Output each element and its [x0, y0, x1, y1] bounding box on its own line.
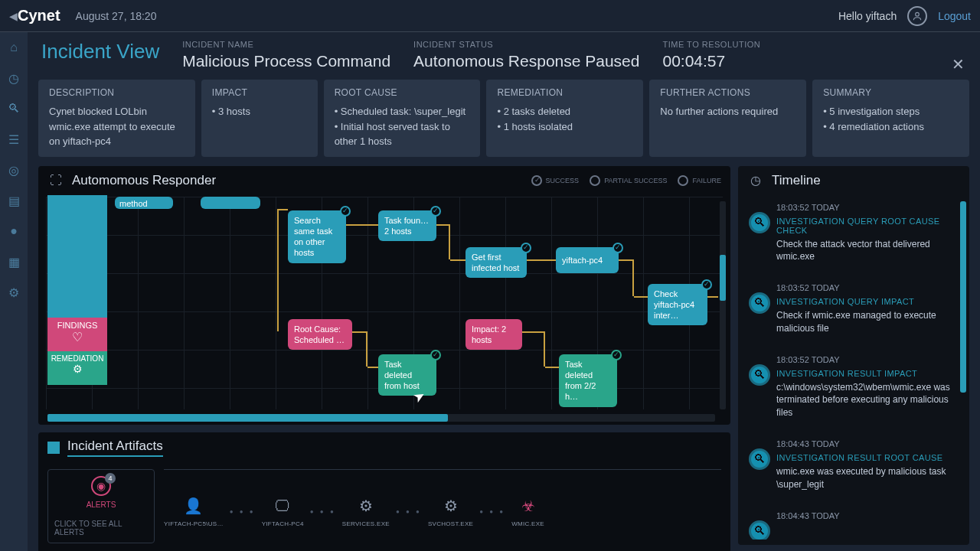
chain-services[interactable]: ⚙SERVICES.EXE — [342, 496, 390, 527]
logout-link[interactable]: Logout — [938, 10, 971, 22]
legend: SUCCESS PARTIAL SUCCESS FAILURE — [531, 175, 721, 186]
card-title: DESCRIPTION — [49, 87, 185, 98]
card-body: Cynet blocked LOLbin wmic.exe attempt to… — [49, 104, 185, 149]
search-icon[interactable]: 🔍︎ — [6, 101, 21, 116]
search-icon: 🔍︎ — [749, 364, 770, 386]
node-yiftach[interactable]: yiftach-pc4✓ — [556, 247, 619, 273]
node-check[interactable]: Check yiftach-pc4 inter…✓ — [648, 284, 707, 326]
gear-icon[interactable]: ⚙ — [6, 285, 21, 300]
vertical-scrollbar[interactable] — [720, 201, 726, 409]
alerts-box[interactable]: ◉4 ALERTS CLICK TO SEE ALL ALERTS — [47, 469, 155, 543]
success-icon — [531, 175, 542, 186]
responder-title: Automomous Responder — [72, 173, 216, 188]
gear-icon: ⚙ — [356, 496, 376, 516]
home-icon[interactable]: ⌂ — [6, 40, 21, 55]
timeline-item[interactable]: 🔍︎ 18:04:43 TODAY — [746, 507, 969, 536]
flow-side-findings: FINDINGS♡ — [47, 318, 107, 351]
target-icon[interactable]: ◎ — [6, 162, 21, 178]
check-icon: ✓ — [612, 243, 623, 253]
card-description: DESCRIPTION Cynet blocked LOLbin wmic.ex… — [38, 80, 195, 157]
check-icon: ✓ — [430, 350, 441, 360]
alert-badge: 4 — [105, 473, 116, 484]
flow-side-remediation: REMEDIATION⚙ — [47, 351, 107, 385]
chain-user[interactable]: 👤YIFTACH-PC5\US… — [164, 496, 224, 527]
node-method[interactable]: method — [115, 197, 173, 209]
artifacts-title: Incident Artifacts — [67, 439, 163, 457]
check-icon: ✓ — [611, 350, 622, 360]
chain-svchost[interactable]: ⚙SVCHOST.EXE — [428, 496, 473, 527]
alerts-label: ALERTS — [87, 500, 116, 509]
ttr-value: 00:04:57 — [662, 52, 760, 70]
sliders-icon[interactable]: ☰ — [6, 132, 21, 147]
card-line: Scheduled task: \super_legit — [335, 104, 470, 119]
check-icon: ✓ — [521, 243, 531, 253]
files-icon[interactable]: ▦ — [6, 254, 21, 269]
search-icon: 🔍︎ — [749, 292, 770, 314]
card-line: Initial host served task to other 1 host… — [335, 119, 470, 149]
incident-status-label: INCIDENT STATUS — [413, 40, 639, 49]
search-icon: 🔍︎ — [749, 212, 770, 233]
card-rootcause: ROOT CAUSE Scheduled task: \super_legit … — [324, 80, 481, 157]
avatar-icon[interactable] — [907, 6, 927, 26]
card-title: FURTHER ACTIONS — [660, 87, 795, 98]
bulb-icon: ♡ — [47, 330, 107, 344]
failure-icon — [678, 175, 688, 186]
artifacts-icon — [47, 442, 60, 454]
card-title: IMPACT — [212, 87, 307, 98]
horizontal-scrollbar[interactable] — [47, 414, 715, 422]
flow-graph[interactable]: FINDINGS♡ REMEDIATION⚙ method Search sam… — [38, 195, 730, 425]
alert-icon: ◉4 — [91, 476, 111, 496]
incident-name-label: INCIDENT NAME — [182, 40, 390, 49]
svg-point-0 — [916, 12, 920, 16]
back-arrow-icon[interactable]: ◀ — [9, 10, 18, 22]
node-firsthost[interactable]: Get first infected host✓ — [466, 247, 527, 279]
chain-wmic[interactable]: ☣WMIC.EXE — [511, 496, 544, 527]
brand-logo[interactable]: Cynet — [18, 7, 60, 24]
search-icon: 🔍︎ — [749, 520, 770, 540]
incident-status-value: Autonomous Response Paused — [413, 52, 639, 70]
incident-header: Incident View INCIDENT NAME Malicious Pr… — [28, 32, 980, 75]
card-line: 4 remediation actions — [823, 119, 959, 135]
flow-side-investigation — [47, 195, 107, 318]
node-taskfound[interactable]: Task foun… 2 hosts✓ — [378, 210, 436, 242]
card-line: 5 investigation steps — [823, 104, 959, 119]
card-line: 2 tasks deleted — [497, 104, 632, 119]
check-icon: ✓ — [340, 206, 351, 217]
timeline-scrollbar[interactable] — [960, 201, 966, 393]
card-line: 3 hosts — [212, 104, 307, 119]
close-icon[interactable]: ✕ — [952, 55, 965, 73]
responder-icon: ⛶ — [47, 172, 64, 189]
card-title: REMEDIATION — [497, 87, 632, 98]
datetime: August 27, 18:20 — [76, 10, 157, 22]
card-summary: SUMMARY 5 investigation steps 4 remediat… — [812, 80, 969, 157]
timeline-item[interactable]: 🔍︎ 18:03:52 TODAY INVESTIGATION RESULT I… — [746, 350, 969, 430]
biohazard-icon: ☣ — [518, 496, 538, 516]
monitor-icon: 🖵 — [273, 496, 292, 516]
partial-icon — [590, 175, 600, 186]
page-title: Incident View — [41, 40, 159, 64]
top-bar: ◀ Cynet August 27, 18:20 Hello yiftach L… — [0, 0, 980, 32]
check-icon: ✓ — [701, 279, 712, 290]
summary-cards: DESCRIPTION Cynet blocked LOLbin wmic.ex… — [28, 75, 980, 161]
card-title: SUMMARY — [823, 87, 959, 98]
timeline-icon: ◷ — [747, 172, 764, 189]
sliders-icon: ⚙ — [47, 363, 107, 375]
timeline-item[interactable]: 🔍︎ 18:03:52 TODAY INVESTIGATION QUERY RO… — [746, 198, 969, 275]
timeline-item[interactable]: 🔍︎ 18:03:52 TODAY INVESTIGATION QUERY IM… — [746, 279, 969, 346]
clock-icon[interactable]: ◷ — [6, 70, 21, 86]
document-icon[interactable]: ▤ — [6, 193, 21, 208]
artifact-chain: 👤YIFTACH-PC5\US… ● ● ● 🖵YIFTACH-PC4 ● ● … — [164, 469, 721, 543]
alerts-hint: CLICK TO SEE ALL ALERTS — [54, 520, 148, 536]
node-search[interactable]: Search same task on other hosts✓ — [288, 210, 346, 263]
node-del1[interactable]: Task deleted from host✓ — [378, 354, 436, 396]
timeline-item[interactable]: 🔍︎ 18:04:43 TODAY INVESTIGATION RESULT R… — [746, 435, 969, 502]
node-del2[interactable]: Task deleted from 2/2 h…✓ — [559, 354, 617, 407]
node-rootcause[interactable]: Root Cause: Scheduled … — [288, 319, 352, 350]
search-icon: 🔍︎ — [749, 448, 770, 470]
chain-host[interactable]: 🖵YIFTACH-PC4 — [262, 496, 304, 527]
globe-icon[interactable]: ● — [6, 223, 21, 239]
timeline-title: Timeline — [772, 173, 821, 188]
node-blank[interactable] — [201, 197, 260, 209]
node-impact[interactable]: Impact: 2 hosts — [466, 319, 522, 350]
timeline-list[interactable]: 🔍︎ 18:03:52 TODAY INVESTIGATION QUERY RO… — [738, 195, 969, 540]
